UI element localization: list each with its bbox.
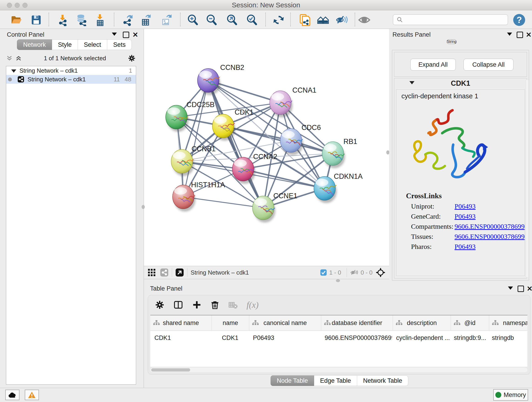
edge-count: 48 (125, 76, 131, 83)
export-image-icon[interactable] (159, 13, 172, 26)
zoom-fit-icon[interactable] (225, 13, 238, 26)
collapse-all-button[interactable]: Collapse All (463, 59, 513, 70)
show-columns-icon[interactable] (173, 300, 183, 310)
fit-selected-crosshair-icon[interactable] (376, 268, 385, 277)
network-row-selected[interactable]: String Network – cdk1 11 48 (6, 75, 136, 84)
right-splitter-handle[interactable] (386, 150, 389, 154)
tab-edge-table[interactable]: Edge Table (314, 375, 357, 386)
hide-selected-icon[interactable] (336, 13, 348, 26)
network-node-RB1[interactable] (322, 142, 345, 168)
network-node-CDC6[interactable] (280, 128, 303, 155)
column-header-description[interactable]: description (393, 315, 451, 331)
column-header-namespace[interactable]: namespace (489, 315, 527, 331)
table-cell: CDK1 (211, 334, 249, 341)
crosslink-link[interactable]: P06493 (455, 202, 476, 210)
search-input[interactable] (405, 16, 508, 24)
save-session-icon[interactable] (30, 13, 43, 26)
network-node-CDKN1A[interactable] (314, 177, 337, 203)
export-network-icon[interactable] (121, 13, 134, 26)
column-header-canonical-name[interactable]: canonical name (249, 315, 321, 331)
crosslink-link[interactable]: P06493 (455, 243, 476, 250)
network-node-CDK1[interactable] (212, 114, 235, 141)
memory-button[interactable]: Memory (493, 389, 528, 401)
left-splitter-handle[interactable] (142, 205, 145, 209)
tab-sets[interactable]: Sets (107, 39, 132, 50)
table-hscrollbar-thumb[interactable] (151, 368, 190, 371)
bottom-splitter-handle[interactable] (336, 279, 340, 282)
first-neighbors-icon[interactable] (317, 13, 329, 26)
table-panel-close-icon[interactable]: ✕ (527, 285, 532, 293)
column-header-database-identifier[interactable]: database identifier (321, 315, 393, 331)
network-canvas[interactable]: CCNB2CCNA1CDC25BCDK1CDC6RB1CCNB1CCNA2CDK… (144, 29, 389, 266)
separator (187, 268, 187, 277)
tab-select[interactable]: Select (78, 39, 107, 50)
expand-all-button[interactable]: Expand All (410, 59, 456, 70)
column-header-shared-name[interactable]: shared name (150, 315, 212, 331)
tab-style[interactable]: Style (52, 39, 78, 50)
network-node-HIST1H1A[interactable] (172, 185, 196, 211)
tab-node-table[interactable]: Node Table (271, 375, 314, 386)
column-header-name[interactable]: name (212, 315, 249, 331)
results-panel-float-icon[interactable] (517, 32, 523, 39)
results-panel-menu-icon[interactable] (507, 32, 512, 37)
control-panel-float-icon[interactable] (123, 32, 129, 39)
table-hscrollbar[interactable] (150, 368, 527, 372)
node-table[interactable]: shared namenamecanonical namedatabase id… (150, 315, 527, 367)
separator (347, 268, 347, 277)
node-label-CCNB2: CCNB2 (220, 64, 244, 71)
network-collection-row[interactable]: String Network – cdk1 1 (6, 66, 136, 75)
table-row[interactable]: CDK1CDK1P064939606.ENSP00000378699cyclin… (150, 331, 527, 345)
table-cell: 9606.ENSP00000378699 (321, 334, 392, 341)
control-panel-menu-icon[interactable] (112, 32, 117, 37)
import-table-file-icon[interactable] (94, 13, 106, 26)
tab-string[interactable]: String (447, 39, 457, 44)
table-panel-menu-icon[interactable] (508, 287, 513, 291)
results-panel-title: Results Panel (393, 31, 431, 38)
network-node-CCNB2[interactable] (197, 69, 220, 95)
zoom-in-icon[interactable] (186, 13, 199, 26)
cloud-button[interactable] (5, 390, 19, 400)
crosslink-link[interactable]: P06493 (455, 212, 476, 220)
import-network-file-icon[interactable] (56, 13, 69, 26)
network-node-CCNE1[interactable] (253, 196, 275, 223)
column-header-@id[interactable]: @id (451, 315, 489, 331)
expand-all-icon[interactable] (15, 55, 22, 62)
control-panel-close-icon[interactable]: ✕ (133, 31, 138, 39)
network-node-CCNA2[interactable] (232, 157, 255, 184)
network-node-CCNA1[interactable] (270, 91, 293, 117)
string-import-icon[interactable] (298, 13, 311, 26)
add-column-icon[interactable] (192, 300, 202, 310)
help-icon[interactable]: ? (513, 14, 525, 26)
crosslink-link[interactable]: 9606.ENSP00000378699 (455, 223, 525, 230)
results-buttons-row: Expand All Collapse All (394, 52, 527, 77)
table-panel-float-icon[interactable] (518, 286, 524, 293)
gene-description: cyclin-dependent kinase 1 (401, 92, 525, 100)
grid-view-icon[interactable] (147, 268, 156, 277)
warnings-button[interactable] (25, 390, 39, 400)
tab-network-table[interactable]: Network Table (357, 375, 409, 386)
show-all-icon[interactable] (358, 13, 371, 26)
collection-expander-icon[interactable] (11, 67, 16, 74)
zoom-selected-icon[interactable] (245, 13, 258, 26)
birds-eye-view-icon[interactable] (175, 268, 184, 277)
refresh-icon[interactable] (272, 13, 285, 26)
separator (172, 268, 172, 277)
tab-network[interactable]: Network (17, 39, 52, 50)
table-options-gear-icon[interactable] (155, 300, 165, 310)
crosslink-link[interactable]: 9606.ENSP00000378699 (455, 233, 525, 240)
selected-checkbox-icon[interactable] (320, 269, 327, 276)
export-table-icon[interactable] (139, 13, 152, 26)
network-share-gray-icon[interactable] (160, 268, 169, 277)
collapse-all-icon[interactable] (6, 55, 13, 62)
import-network-database-icon[interactable] (75, 13, 88, 26)
hidden-counts: 0 - 0 (361, 269, 373, 276)
results-panel-close-icon[interactable]: ✕ (526, 31, 532, 39)
network-options-gear-icon[interactable] (128, 54, 136, 62)
delete-column-icon[interactable] (210, 300, 220, 309)
gene-section: CDK1 cyclin-dependent kinase 1 (394, 78, 527, 279)
gene-section-header[interactable]: CDK1 (394, 78, 527, 89)
zoom-out-icon[interactable] (205, 13, 218, 26)
results-scrollbar[interactable] (526, 80, 529, 277)
open-file-icon[interactable] (10, 13, 23, 26)
network-node-CDC25B[interactable] (166, 105, 189, 132)
